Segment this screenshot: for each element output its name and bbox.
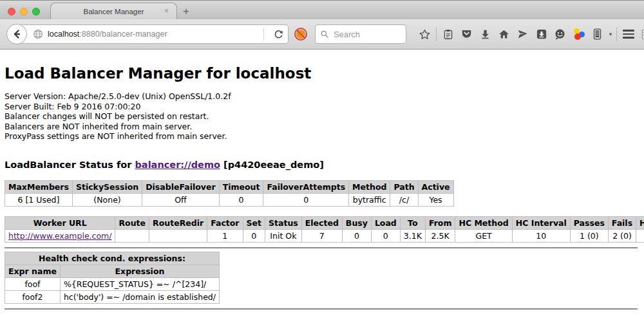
cell-status: Init Ok	[265, 229, 302, 242]
cell-set: 0	[243, 229, 265, 242]
toolbar-divider	[616, 27, 617, 41]
col-disablefailover: DisableFailover	[142, 180, 219, 193]
url-path: :8880/balancer-manager	[79, 30, 167, 39]
tab-bar: Balancer Manager × +	[0, 0, 644, 19]
col-failoverattempts: FailoverAttempts	[263, 180, 349, 193]
col-route: Route	[115, 216, 149, 229]
col-hc-interval: HC Interval	[512, 216, 570, 229]
loadbalancer-status-heading: LoadBalancer Status for balancer://demo …	[5, 160, 639, 170]
page-title: Load Balancer Manager for localhost	[5, 65, 639, 82]
paper-plane-icon	[516, 28, 529, 40]
col-hc-uri: HC uri	[636, 216, 644, 229]
extension-dropdown-caret[interactable]: ▾	[607, 24, 614, 44]
balancer-table: MaxMembers StickySession DisableFailover…	[5, 180, 454, 207]
home-icon	[498, 28, 510, 40]
cell-hc-interval: 10	[512, 229, 570, 242]
url-bar[interactable]: localhost:8880/balancer-manager	[16, 24, 289, 44]
balancer-table-data-row: 6 [1 Used] (None) Off 0 0 bytraffic /c/ …	[5, 193, 454, 206]
col-maxmembers: MaxMembers	[5, 180, 73, 193]
window-controls	[8, 8, 40, 15]
container-extension-button[interactable]	[588, 24, 607, 44]
plugin-blocked-icon[interactable]	[294, 27, 308, 41]
worker-table: Worker URL Route RouteRedir Factor Set S…	[5, 216, 644, 243]
search-input[interactable]	[332, 29, 401, 40]
cell-expr-name: foof2	[5, 290, 61, 303]
balancer-demo-link[interactable]: balancer://demo	[135, 160, 220, 170]
tab-balancer-manager[interactable]: Balancer Manager ×	[50, 3, 177, 19]
reading-list-button[interactable]	[439, 24, 457, 44]
downloads-button[interactable]	[476, 24, 495, 44]
health-table-title: Health check cond. expressions:	[5, 252, 220, 265]
col-elected: Elected	[301, 216, 342, 229]
cell-load: 0	[371, 229, 400, 242]
server-built-line: Server Built: Feb 9 2016 07:00:20	[5, 102, 639, 112]
col-set: Set	[243, 216, 265, 229]
messenger-button[interactable]	[551, 24, 569, 44]
clipboard-icon	[442, 28, 454, 41]
battery-icon	[592, 28, 602, 41]
menu-button[interactable]	[619, 24, 638, 44]
cell-maxmembers: 6 [1 Used]	[5, 193, 73, 206]
sidebar-extension-button[interactable]	[638, 24, 644, 44]
grid-page-icon	[641, 28, 644, 41]
reload-button[interactable]	[269, 30, 288, 39]
col-factor: Factor	[207, 216, 243, 229]
col-active: Active	[418, 180, 453, 193]
cell-busy: 0	[342, 229, 371, 242]
tab-title: Balancer Manager	[84, 8, 144, 15]
inherit-note-line: Balancers are NOT inherited from main se…	[5, 122, 639, 132]
health-table-row-foof2: foof2 hc('body') =~ /domain is establish…	[5, 290, 220, 303]
new-tab-button[interactable]: +	[183, 5, 189, 18]
col-to: To	[400, 216, 425, 229]
cell-passes: 1 (0)	[570, 229, 608, 242]
cell-timeout: 0	[219, 193, 263, 206]
toolbar-divider	[436, 27, 437, 41]
col-passes: Passes	[570, 216, 608, 229]
home-button[interactable]	[495, 24, 513, 44]
star-icon	[419, 28, 431, 41]
worker-url-link[interactable]: http://www.example.com/	[8, 231, 111, 241]
url-domain: localhost	[48, 30, 79, 39]
persist-note-line: Balancer changes will NOT be persisted o…	[5, 111, 639, 122]
server-info: Server Version: Apache/2.5.0-dev (Unix) …	[5, 91, 639, 142]
three-dots-icon	[573, 28, 585, 41]
close-tab-icon[interactable]: ×	[164, 7, 169, 15]
col-status: Status	[265, 216, 302, 229]
bookmark-star-button[interactable]	[415, 24, 434, 44]
urlbar-divider	[263, 28, 264, 41]
search-icon	[321, 30, 328, 39]
col-fails: Fails	[608, 216, 636, 229]
download-arrow-icon	[480, 28, 491, 40]
worker-table-data-row: http://www.example.com/ 1 0 Init Ok 7 0 …	[5, 229, 644, 242]
cell-route	[115, 229, 149, 242]
back-arrow-icon	[12, 29, 22, 39]
pocket-button[interactable]	[457, 24, 476, 44]
zoom-window-button[interactable]	[32, 8, 40, 15]
reload-icon	[274, 30, 283, 39]
back-button[interactable]	[6, 24, 27, 44]
health-table-header-row: Expr name Expression	[5, 265, 220, 277]
send-page-button[interactable]	[513, 24, 532, 44]
cell-from: 2.5K	[425, 229, 455, 242]
col-expression: Expression	[60, 265, 219, 277]
download-manager-button[interactable]	[532, 24, 551, 44]
status-prefix: LoadBalancer Status for	[5, 160, 135, 170]
close-window-button[interactable]	[8, 8, 15, 15]
col-method: Method	[349, 180, 390, 193]
browser-window: Balancer Manager × + localhost:8880/bala…	[0, 0, 644, 316]
cell-elected: 7	[301, 229, 342, 242]
col-hc-method: HC Method	[455, 216, 512, 229]
col-path: Path	[390, 180, 418, 193]
cell-method: bytraffic	[349, 193, 390, 206]
col-routeredir: RouteRedir	[149, 216, 207, 229]
search-bar[interactable]	[315, 24, 406, 44]
health-table-row-foof: foof %{REQUEST_STATUS} =~ /^[234]/	[5, 277, 220, 290]
health-check-table: Health check cond. expressions: Expr nam…	[5, 252, 220, 304]
section-divider	[5, 247, 638, 248]
navigation-toolbar: localhost:8880/balancer-manager	[0, 19, 644, 50]
smiley-bubble-icon	[554, 28, 566, 41]
col-busy: Busy	[342, 216, 371, 229]
colored-dots-extension-button[interactable]	[569, 24, 588, 44]
cell-worker-url: http://www.example.com/	[5, 229, 115, 242]
minimize-window-button[interactable]	[20, 8, 28, 15]
